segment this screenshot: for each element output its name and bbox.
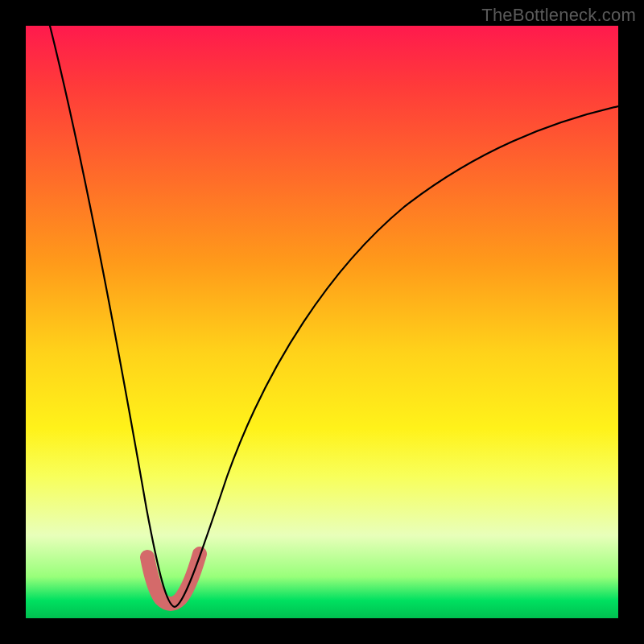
bottleneck-curve-path bbox=[50, 26, 618, 607]
curve-overlay bbox=[26, 26, 618, 618]
watermark-text: TheBottleneck.com bbox=[481, 5, 636, 26]
chart-stage: TheBottleneck.com bbox=[0, 0, 644, 644]
plot-area bbox=[26, 26, 618, 618]
